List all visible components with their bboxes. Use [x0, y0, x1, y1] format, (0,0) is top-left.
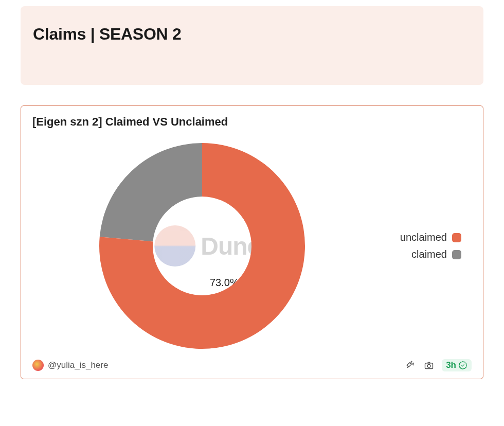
camera-icon[interactable]	[423, 360, 435, 371]
legend-item-unclaimed[interactable]: unclaimed	[400, 232, 461, 243]
legend-swatch	[452, 250, 461, 259]
legend-label: unclaimed	[400, 232, 447, 243]
chart-body: Dune 27.0% 73.0% unclaimed claimed	[32, 138, 472, 354]
verified-check-icon	[458, 361, 467, 370]
donut-chart: Dune 27.0% 73.0%	[94, 138, 310, 354]
avatar	[32, 360, 44, 371]
svg-rect-0	[425, 363, 433, 369]
legend-swatch	[452, 233, 461, 242]
chart-card-footer: @yulia_is_here 3h	[32, 359, 472, 371]
page-header-card: Claims | SEASON 2	[21, 6, 483, 85]
footer-actions: 3h	[405, 359, 472, 371]
slice-claimed	[100, 143, 202, 241]
plug-icon[interactable]	[405, 360, 416, 371]
legend-item-claimed[interactable]: claimed	[411, 248, 461, 260]
chart-title: [Eigen szn 2] Claimed VS Unclaimed	[32, 115, 472, 129]
page-title: Claims | SEASON 2	[33, 25, 471, 44]
author-handle: @yulia_is_here	[48, 360, 108, 370]
refresh-age-badge[interactable]: 3h	[442, 359, 472, 371]
refresh-age-text: 3h	[446, 360, 456, 370]
legend-label: claimed	[411, 248, 447, 260]
author-link[interactable]: @yulia_is_here	[32, 360, 108, 371]
chart-legend: unclaimed claimed	[400, 232, 461, 260]
chart-card: [Eigen szn 2] Claimed VS Unclaimed Dune …	[21, 105, 483, 379]
svg-point-1	[427, 364, 430, 367]
donut-svg	[94, 138, 310, 354]
